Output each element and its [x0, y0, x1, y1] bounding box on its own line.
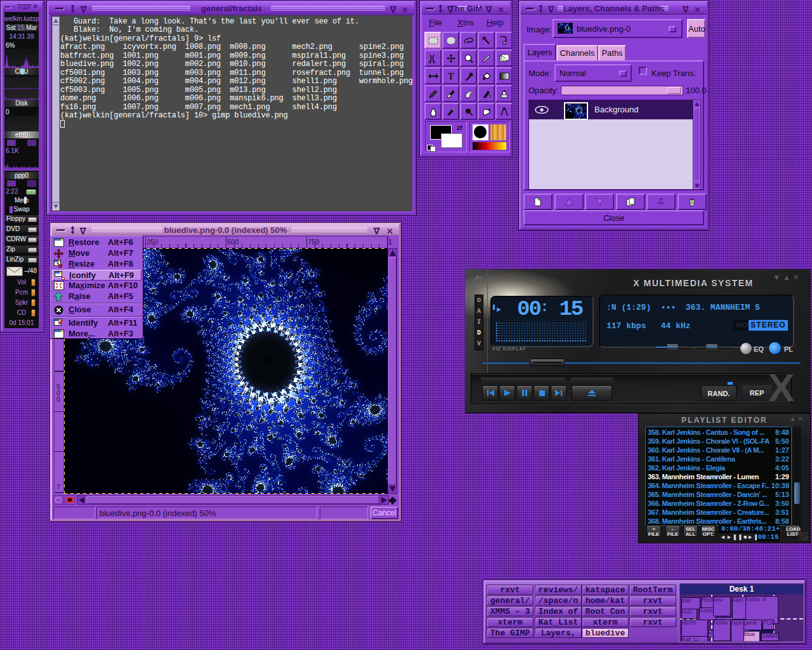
svg-text:T: T [448, 72, 454, 81]
